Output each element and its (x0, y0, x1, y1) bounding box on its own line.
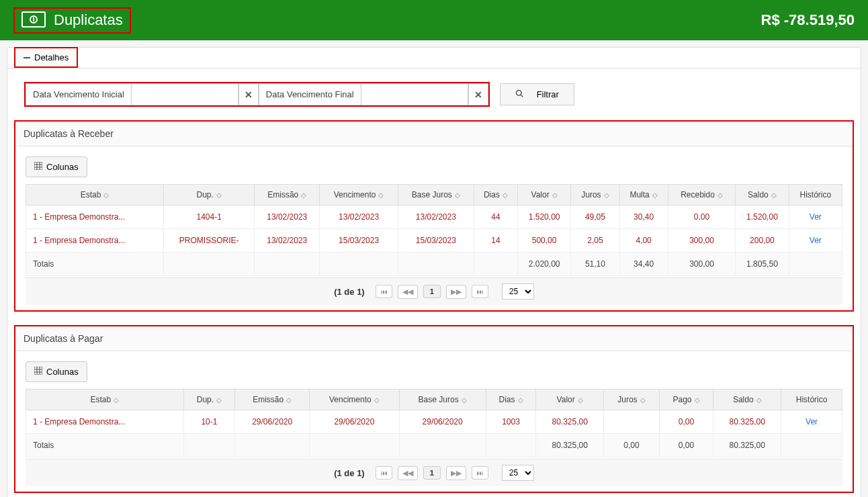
column-header[interactable]: Juros◇ (604, 390, 660, 410)
prev-page-button[interactable]: ◀◀ (398, 285, 418, 299)
table-cell (474, 253, 517, 276)
table-cell: Totais (26, 253, 164, 276)
column-header[interactable]: Dup.◇ (164, 185, 255, 206)
filter-button[interactable]: Filtrar (500, 83, 574, 105)
table-cell: 1.520,00 (736, 206, 789, 229)
column-header[interactable]: Saldo◇ (736, 185, 789, 206)
column-header: Histórico (789, 185, 842, 206)
table-cell: 51,10 (571, 253, 619, 276)
column-header[interactable]: Base Juros◇ (399, 390, 486, 410)
next-page-button[interactable]: ▶▶ (446, 285, 466, 299)
filter-end-input[interactable] (361, 83, 468, 105)
filter-start-input[interactable] (131, 83, 238, 105)
table-cell: 15/03/2023 (320, 229, 398, 253)
column-header[interactable]: Vencimento◇ (320, 185, 398, 206)
table-row: 1 - Empresa Demonstra...1404-113/02/2023… (26, 206, 842, 229)
table-cell: 1003 (486, 410, 535, 434)
grid-icon (34, 162, 42, 172)
historico-cell: Ver (781, 410, 842, 434)
column-header[interactable]: Saldo◇ (713, 390, 781, 410)
money-icon (21, 11, 46, 30)
first-page-button[interactable]: ⏮ (376, 285, 392, 298)
page-size-select[interactable]: 25 (502, 465, 534, 481)
table-cell: 13/02/2023 (320, 206, 398, 229)
filter-start-clear[interactable]: ✕ (238, 83, 259, 105)
filter-group: Data Vencimento Inicial ✕ Data Venciment… (24, 82, 490, 107)
table-cell: 1 - Empresa Demonstra... (26, 206, 164, 229)
last-page-button[interactable]: ⏭ (472, 285, 488, 298)
last-page-button[interactable]: ⏭ (472, 466, 488, 480)
filter-end-clear[interactable]: ✕ (468, 83, 488, 105)
table-cell (255, 253, 320, 276)
page-size-select[interactable]: 25 (502, 283, 534, 300)
column-header[interactable]: Pago◇ (659, 390, 713, 410)
column-header[interactable]: Vencimento◇ (310, 390, 399, 410)
column-header[interactable]: Dias◇ (474, 185, 517, 206)
table-cell: 80.325,00 (713, 434, 781, 457)
column-header[interactable]: Emissão◇ (235, 390, 310, 410)
table-cell: 34,40 (619, 253, 668, 276)
table-cell (789, 253, 842, 276)
page-1-button[interactable]: 1 (423, 285, 441, 298)
paginator-receber: (1 de 1) ⏮ ◀◀ 1 ▶▶ ⏭ 25 (26, 277, 842, 305)
column-header[interactable]: Valor◇ (536, 390, 604, 410)
ver-link[interactable]: Ver (810, 236, 822, 245)
table-cell: 10-1 (183, 410, 235, 434)
page-1-button[interactable]: 1 (423, 466, 441, 480)
column-header[interactable]: Emissão◇ (255, 185, 320, 206)
svg-point-3 (516, 91, 521, 96)
column-header[interactable]: Recebido◇ (668, 185, 736, 206)
page-info: (1 de 1) (334, 287, 365, 297)
totals-row: Totais2.020,0051,1034,40300,001.805,50 (26, 253, 842, 276)
columns-label: Colunas (46, 162, 79, 172)
next-page-button[interactable]: ▶▶ (446, 466, 466, 480)
table-cell (235, 434, 310, 457)
tab-label: Detalhes (34, 52, 69, 62)
table-cell: 15/03/2023 (398, 229, 474, 253)
first-page-button[interactable]: ⏮ (376, 466, 392, 480)
table-cell (604, 410, 660, 434)
page-info: (1 de 1) (334, 468, 365, 478)
table-cell: 30,40 (619, 206, 668, 229)
table-cell (486, 434, 535, 457)
column-header[interactable]: Valor◇ (517, 185, 570, 206)
table-cell (320, 253, 398, 276)
table-cell: 14 (474, 229, 517, 253)
ver-link[interactable]: Ver (806, 417, 818, 426)
panel-receber: Duplicatas à Receber Colunas Estab◇Dup.◇… (14, 120, 854, 312)
details-panel: Detalhes Data Vencimento Inicial ✕ Data … (7, 47, 861, 497)
column-header[interactable]: Dup.◇ (183, 390, 235, 410)
column-header[interactable]: Juros◇ (571, 185, 619, 206)
filter-start-label: Data Vencimento Inicial (26, 83, 131, 105)
column-header[interactable]: Dias◇ (486, 390, 535, 410)
table-cell: 0,00 (659, 434, 713, 457)
table-cell: 2,05 (571, 229, 619, 253)
table-cell: 1404-1 (164, 206, 255, 229)
table-cell: 1.520,00 (517, 206, 570, 229)
table-cell: 80.325,00 (536, 410, 604, 434)
prev-page-button[interactable]: ◀◀ (398, 466, 418, 480)
table-row: 1 - Empresa Demonstra...10-129/06/202029… (26, 410, 842, 434)
table-cell: 0,00 (604, 434, 660, 457)
table-cell: 49,05 (571, 206, 619, 229)
table-cell (399, 434, 486, 457)
tab-detalhes[interactable]: Detalhes (14, 47, 78, 68)
panel-pagar-title: Duplicatas à Pagar (15, 326, 853, 351)
columns-button-pagar[interactable]: Colunas (26, 361, 87, 382)
table-receber: Estab◇Dup.◇Emissão◇Vencimento◇Base Juros… (26, 184, 842, 276)
table-cell: 80.325,00 (536, 434, 604, 457)
columns-button-receber[interactable]: Colunas (26, 156, 87, 177)
column-header[interactable]: Multa◇ (619, 185, 668, 206)
column-header[interactable]: Base Juros◇ (398, 185, 474, 206)
column-header[interactable]: Estab◇ (26, 390, 184, 410)
column-header: Histórico (781, 390, 842, 410)
ver-link[interactable]: Ver (810, 212, 822, 222)
column-header[interactable]: Estab◇ (26, 185, 164, 206)
table-cell (398, 253, 474, 276)
svg-rect-10 (34, 367, 42, 375)
page-header: Duplicatas R$ -78.519,50 (0, 0, 868, 40)
table-cell (183, 434, 235, 457)
table-cell: 13/02/2023 (255, 206, 320, 229)
search-icon (515, 89, 523, 99)
table-pagar: Estab◇Dup.◇Emissão◇Vencimento◇Base Juros… (26, 389, 842, 457)
